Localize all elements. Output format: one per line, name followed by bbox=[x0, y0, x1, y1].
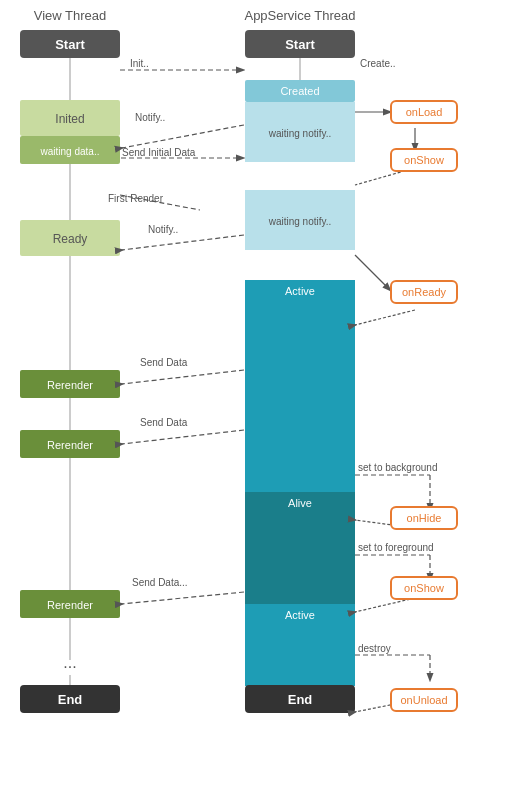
svg-rect-30 bbox=[245, 514, 355, 604]
svg-rect-31 bbox=[245, 604, 355, 626]
svg-text:Rerender: Rerender bbox=[47, 379, 93, 391]
svg-text:Ready: Ready bbox=[53, 232, 88, 246]
svg-rect-25 bbox=[245, 280, 355, 302]
set-foreground-label: set to foreground bbox=[358, 542, 434, 553]
svg-text:Active: Active bbox=[285, 609, 315, 621]
svg-text:Created: Created bbox=[280, 85, 319, 97]
svg-rect-2 bbox=[20, 100, 120, 136]
svg-rect-8 bbox=[20, 370, 120, 398]
create-label: Create.. bbox=[360, 58, 396, 69]
svg-rect-15 bbox=[20, 685, 120, 713]
init-label: Init.. bbox=[130, 58, 149, 69]
send-data2-label: Send Data bbox=[140, 417, 187, 428]
svg-rect-27 bbox=[245, 302, 355, 492]
svg-text:waiting notify..: waiting notify.. bbox=[268, 216, 332, 227]
onunload-callback: onUnload bbox=[390, 688, 458, 712]
notify1-label: Notify.. bbox=[135, 112, 165, 123]
svg-line-37 bbox=[122, 125, 244, 148]
svg-text:Alive: Alive bbox=[288, 497, 312, 509]
set-background-label: set to background bbox=[358, 462, 438, 473]
svg-text:Start: Start bbox=[55, 37, 85, 52]
svg-text:Start: Start bbox=[285, 37, 315, 52]
svg-rect-17 bbox=[245, 30, 355, 58]
svg-text:Inited: Inited bbox=[55, 112, 84, 126]
svg-text:waiting notify..: waiting notify.. bbox=[268, 128, 332, 139]
svg-line-43 bbox=[122, 592, 244, 604]
destroy-label: destroy bbox=[358, 643, 391, 654]
svg-rect-28 bbox=[245, 492, 355, 514]
svg-rect-34 bbox=[245, 685, 355, 713]
svg-line-41 bbox=[122, 370, 244, 384]
onhide-callback: onHide bbox=[390, 506, 458, 530]
svg-line-42 bbox=[122, 430, 244, 444]
svg-rect-19 bbox=[245, 80, 355, 102]
svg-text:Active: Active bbox=[285, 285, 315, 297]
svg-rect-12 bbox=[20, 590, 120, 618]
svg-rect-21 bbox=[245, 102, 355, 162]
first-render-label: First Render bbox=[108, 193, 163, 204]
view-thread-header: View Thread bbox=[20, 8, 120, 23]
svg-text:...: ... bbox=[63, 654, 76, 671]
svg-line-40 bbox=[122, 235, 244, 250]
send-initial-label: Send Initial Data bbox=[122, 147, 195, 158]
send-data1-label: Send Data bbox=[140, 357, 187, 368]
svg-rect-23 bbox=[245, 190, 355, 250]
svg-rect-4 bbox=[20, 136, 120, 164]
svg-text:waiting data..: waiting data.. bbox=[40, 146, 100, 157]
onshow-callback: onShow bbox=[390, 148, 458, 172]
svg-rect-6 bbox=[20, 220, 120, 256]
notify2-label: Notify.. bbox=[148, 224, 178, 235]
svg-text:End: End bbox=[58, 692, 83, 707]
diagram: Start Inited waiting data.. Ready Rerend… bbox=[0, 0, 522, 800]
svg-rect-0 bbox=[20, 30, 120, 58]
onshow2-callback: onShow bbox=[390, 576, 458, 600]
svg-rect-33 bbox=[245, 626, 355, 686]
svg-line-56 bbox=[355, 310, 415, 325]
svg-rect-10 bbox=[20, 430, 120, 458]
onload-callback: onLoad bbox=[390, 100, 458, 124]
onready-callback: onReady bbox=[390, 280, 458, 304]
svg-text:Rerender: Rerender bbox=[47, 599, 93, 611]
svg-text:End: End bbox=[288, 692, 313, 707]
svg-text:Rerender: Rerender bbox=[47, 439, 93, 451]
send-data3-label: Send Data... bbox=[132, 577, 188, 588]
svg-line-62 bbox=[355, 598, 415, 612]
svg-line-55 bbox=[355, 255, 390, 290]
appservice-thread-header: AppService Thread bbox=[240, 8, 360, 23]
